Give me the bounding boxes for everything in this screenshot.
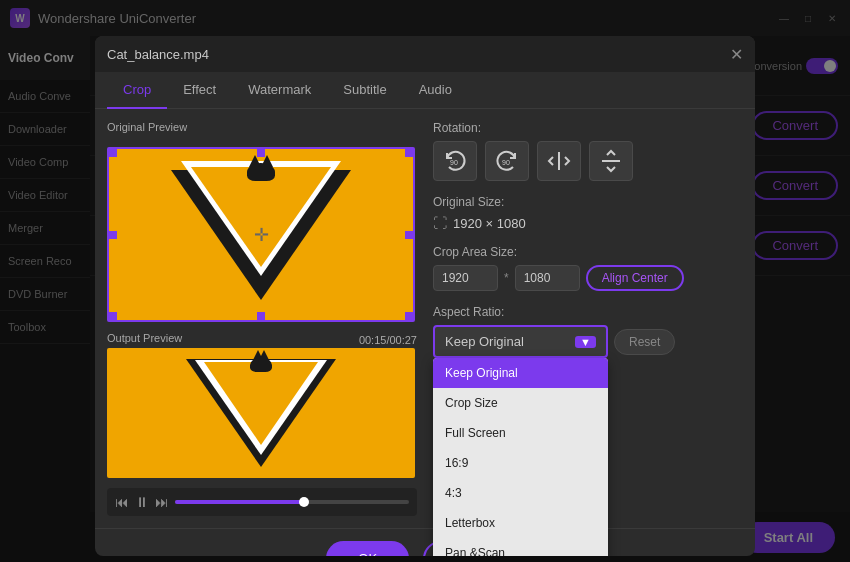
output-label-row: Output Preview 00:15/00:27 xyxy=(107,332,417,348)
rotate-cw-button[interactable]: 90 xyxy=(485,141,529,181)
original-size-group: Original Size: ⛶ 1920 × 1080 xyxy=(433,195,743,231)
crop-handle-bc[interactable] xyxy=(257,312,265,320)
rotation-label: Rotation: xyxy=(433,121,743,135)
progress-bar[interactable] xyxy=(175,500,409,504)
step-back-button[interactable]: ⏮ xyxy=(115,494,129,510)
output-preview-label: Output Preview xyxy=(107,332,182,344)
cat-shape xyxy=(247,163,275,181)
multiply-sign: * xyxy=(504,271,509,285)
aspect-selected-value: Keep Original xyxy=(445,334,524,349)
ok-button[interactable]: OK xyxy=(326,541,409,556)
rotate-ccw-button[interactable]: 90 xyxy=(433,141,477,181)
crop-handle-mr[interactable] xyxy=(405,231,413,239)
aspect-select-wrap: Keep Original ▼ Keep Original Crop Size … xyxy=(433,325,608,358)
out-cat-shape xyxy=(250,358,272,372)
aspect-option-crop[interactable]: Crop Size xyxy=(433,388,608,418)
aspect-row: Keep Original ▼ Keep Original Crop Size … xyxy=(433,325,743,358)
output-time: 00:15/00:27 xyxy=(359,334,417,346)
triangle-inner xyxy=(191,167,331,267)
crop-area-label: Crop Area Size: xyxy=(433,245,743,259)
modal-overlay: Cat_balance.mp4 ✕ Crop Effect Watermark … xyxy=(0,0,850,562)
aspect-ratio-label: Aspect Ratio: xyxy=(433,305,743,319)
video-controls: ⏮ ⏸ ⏭ xyxy=(107,488,417,516)
reset-button[interactable]: Reset xyxy=(614,329,675,355)
aspect-option-letterbox[interactable]: Letterbox xyxy=(433,508,608,538)
align-center-button[interactable]: Align Center xyxy=(586,265,684,291)
step-forward-button[interactable]: ⏭ xyxy=(155,494,169,510)
original-preview: ✛ xyxy=(107,147,415,322)
crop-handle-tr[interactable] xyxy=(405,149,413,157)
svg-text:90: 90 xyxy=(450,159,458,166)
original-size-label: Original Size: xyxy=(433,195,743,209)
preview-section: Original Preview ✛ xyxy=(107,121,417,516)
aspect-option-16x9[interactable]: 16:9 xyxy=(433,448,608,478)
flip-h-button[interactable] xyxy=(537,141,581,181)
output-triangle xyxy=(107,348,415,478)
size-value: 1920 × 1080 xyxy=(453,216,526,231)
svg-text:90: 90 xyxy=(502,159,510,166)
crop-height-input[interactable] xyxy=(515,265,580,291)
aspect-chevron-icon: ▼ xyxy=(575,336,596,348)
progress-fill xyxy=(175,500,304,504)
move-icon: ✛ xyxy=(254,224,269,246)
crop-handle-br[interactable] xyxy=(405,312,413,320)
modal-body: Original Preview ✛ xyxy=(95,109,755,528)
crop-handle-ml[interactable] xyxy=(109,231,117,239)
controls-section: Rotation: 90 90 xyxy=(433,121,743,516)
crop-handle-tl[interactable] xyxy=(109,149,117,157)
flip-v-button[interactable] xyxy=(589,141,633,181)
size-icon: ⛶ xyxy=(433,215,447,231)
original-preview-label: Original Preview xyxy=(107,121,417,133)
tab-effect[interactable]: Effect xyxy=(167,72,232,109)
tab-crop[interactable]: Crop xyxy=(107,72,167,109)
aspect-option-panscan[interactable]: Pan &Scan xyxy=(433,538,608,556)
crop-area-group: Crop Area Size: * Align Center xyxy=(433,245,743,291)
output-preview-wrap: Output Preview 00:15/00:27 xyxy=(107,332,417,478)
out-triangle-inner xyxy=(204,362,318,445)
crop-modal: Cat_balance.mp4 ✕ Crop Effect Watermark … xyxy=(95,36,755,556)
aspect-ratio-group: Aspect Ratio: Keep Original ▼ Keep Origi… xyxy=(433,305,743,358)
aspect-select-display[interactable]: Keep Original ▼ xyxy=(433,325,608,358)
rotation-group: Rotation: 90 90 xyxy=(433,121,743,181)
modal-tabs: Crop Effect Watermark Subtitle Audio xyxy=(95,72,755,109)
play-pause-button[interactable]: ⏸ xyxy=(135,494,149,510)
progress-thumb[interactable] xyxy=(299,497,309,507)
modal-close-button[interactable]: ✕ xyxy=(730,45,743,64)
modal-filename: Cat_balance.mp4 xyxy=(107,47,209,62)
output-preview xyxy=(107,348,415,478)
tab-watermark[interactable]: Watermark xyxy=(232,72,327,109)
crop-area-row: * Align Center xyxy=(433,265,743,291)
crop-handle-tc[interactable] xyxy=(257,149,265,157)
size-display: ⛶ 1920 × 1080 xyxy=(433,215,743,231)
modal-footer: OK Cancel xyxy=(95,528,755,556)
tab-subtitle[interactable]: Subtitle xyxy=(327,72,402,109)
original-triangle: ✛ xyxy=(109,149,413,320)
aspect-option-keep[interactable]: Keep Original xyxy=(433,358,608,388)
crop-handle-bl[interactable] xyxy=(109,312,117,320)
aspect-option-4x3[interactable]: 4:3 xyxy=(433,478,608,508)
tab-audio[interactable]: Audio xyxy=(403,72,468,109)
rotation-buttons: 90 90 xyxy=(433,141,743,181)
aspect-dropdown: Keep Original Crop Size Full Screen 16:9… xyxy=(433,358,608,556)
modal-title-bar: Cat_balance.mp4 ✕ xyxy=(95,36,755,72)
crop-width-input[interactable] xyxy=(433,265,498,291)
aspect-option-full[interactable]: Full Screen xyxy=(433,418,608,448)
